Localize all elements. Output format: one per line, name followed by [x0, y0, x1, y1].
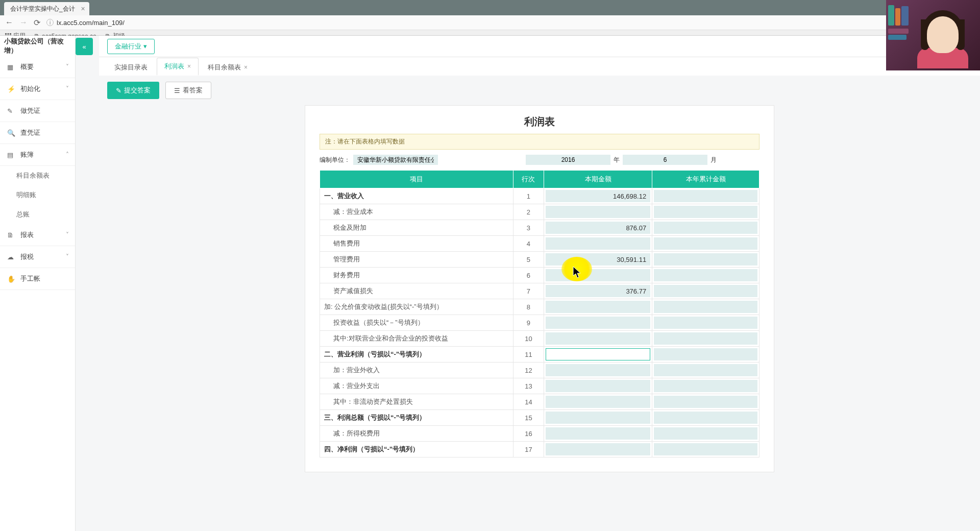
row-line: 4 — [513, 236, 544, 252]
sheet-meta: 编制单位： 年 月 — [320, 155, 760, 165]
close-icon[interactable]: × — [187, 63, 191, 70]
video-overlay — [886, 0, 980, 70]
table-row: 四、净利润（亏损以“-”号填列） 17 — [320, 442, 760, 457]
current-amount-input[interactable] — [546, 317, 650, 329]
current-amount-input[interactable] — [546, 380, 650, 392]
ytd-amount-input[interactable] — [654, 332, 757, 345]
svg-rect-0 — [5, 33, 7, 35]
current-amount-input[interactable] — [546, 190, 650, 202]
sidebar-collapse-button[interactable]: « — [76, 38, 93, 55]
ytd-amount-input[interactable] — [654, 285, 757, 297]
sidebar-subitem-4-1[interactable]: 明细账 — [0, 185, 75, 205]
current-amount-input[interactable] — [546, 253, 650, 266]
current-amount-input[interactable] — [546, 269, 650, 281]
current-amount-input[interactable] — [546, 427, 650, 440]
ytd-amount-input[interactable] — [654, 364, 757, 376]
current-amount-input[interactable] — [546, 412, 650, 424]
svg-rect-2 — [10, 33, 11, 35]
sidebar-item-label: 手工帐 — [20, 274, 40, 283]
current-amount-input[interactable] — [546, 285, 650, 297]
ytd-amount-input[interactable] — [654, 443, 757, 455]
chevron-down-icon: ˅ — [66, 63, 69, 70]
table-row: 投资收益（损失以“－”号填列） 9 — [320, 315, 760, 331]
org-input[interactable] — [353, 155, 438, 165]
sidebar-subitem-4-2[interactable]: 总账 — [0, 205, 75, 224]
header-item: 项目 — [320, 171, 513, 188]
table-row: 一、营业收入 1 — [320, 188, 760, 204]
month-input[interactable] — [623, 155, 707, 165]
current-amount-input[interactable] — [546, 301, 650, 313]
chevron-left-icon: « — [82, 43, 86, 51]
sidebar-item-7[interactable]: ✋ 手工帐 — [0, 268, 75, 290]
view-answer-button[interactable]: ☰ 看答案 — [165, 82, 211, 99]
ytd-amount-input[interactable] — [654, 412, 757, 424]
reload-icon[interactable]: ⟳ — [34, 18, 40, 28]
row-line: 12 — [513, 363, 544, 378]
ytd-amount-input[interactable] — [654, 380, 757, 392]
info-icon[interactable]: i — [46, 19, 54, 26]
current-amount-input[interactable] — [546, 348, 650, 360]
row-item: 二、营业利润（亏损以“-”号填列） — [320, 347, 513, 363]
current-amount-input[interactable] — [546, 443, 650, 455]
close-icon[interactable]: × — [81, 5, 85, 13]
ytd-amount-input[interactable] — [654, 348, 757, 360]
current-amount-input[interactable] — [546, 237, 650, 250]
ytd-amount-input[interactable] — [654, 427, 757, 440]
content-tab-0[interactable]: 实操目录表 — [107, 59, 155, 76]
forward-icon[interactable]: → — [19, 18, 28, 27]
sidebar-item-4[interactable]: ▤ 账簿 ˄ — [0, 144, 75, 166]
sidebar-item-0[interactable]: ▦ 概要 ˅ — [0, 56, 75, 78]
content-tab-1[interactable]: 利润表× — [157, 58, 199, 76]
ytd-amount-input[interactable] — [654, 396, 757, 408]
industry-dropdown[interactable]: 金融行业 ▾ — [107, 39, 155, 54]
current-amount-input[interactable] — [546, 206, 650, 218]
table-row: 减：营业外支出 13 — [320, 378, 760, 394]
back-icon[interactable]: ← — [5, 18, 13, 27]
ytd-amount-input[interactable] — [654, 269, 757, 281]
ytd-amount-input[interactable] — [654, 301, 757, 313]
ytd-amount-input[interactable] — [654, 190, 757, 202]
browser-tab[interactable]: 会计学堂实操中心_会计 × — [4, 2, 89, 15]
sidebar-subitem-4-0[interactable]: 科目余额表 — [0, 166, 75, 185]
stack-icon: ☰ — [174, 87, 180, 94]
chevron-down-icon: ˅ — [66, 231, 69, 238]
sidebar-item-label: 报表 — [20, 230, 34, 239]
sidebar-item-1[interactable]: ⚡ 初始化 ˅ — [0, 78, 75, 100]
row-item: 管理费用 — [320, 252, 513, 268]
month-suffix: 月 — [710, 156, 717, 164]
ytd-amount-input[interactable] — [654, 222, 757, 234]
row-line: 15 — [513, 410, 544, 426]
submit-answer-button[interactable]: ✎ 提交答案 — [107, 82, 159, 99]
ytd-amount-input[interactable] — [654, 253, 757, 266]
chevron-down-icon: ˅ — [66, 85, 69, 92]
sidebar-item-5[interactable]: 🗎 报表 ˅ — [0, 224, 75, 246]
row-line: 16 — [513, 426, 544, 442]
current-amount-input[interactable] — [546, 222, 650, 234]
row-item: 减：营业外支出 — [320, 378, 513, 394]
chevron-down-icon: ▾ — [143, 42, 147, 50]
url-text: lx.acc5.com/main_109/ — [57, 19, 125, 27]
book-icon: ▤ — [7, 151, 15, 159]
year-input[interactable] — [526, 155, 610, 165]
tab-label: 利润表 — [164, 62, 184, 70]
table-row: 减：所得税费用 16 — [320, 426, 760, 442]
sidebar-item-2[interactable]: ✎ 做凭证 — [0, 100, 75, 122]
ytd-amount-input[interactable] — [654, 237, 757, 250]
sheet-note: 注：请在下面表格内填写数据 — [320, 134, 760, 150]
row-line: 13 — [513, 378, 544, 394]
sidebar: 小额贷款公司（营改增） ▦ 概要 ˅⚡ 初始化 ˅✎ 做凭证 🔍 查凭证 ▤ 账… — [0, 36, 76, 531]
ytd-amount-input[interactable] — [654, 206, 757, 218]
close-icon[interactable]: × — [244, 64, 248, 71]
content-tab-2[interactable]: 科目余额表× — [201, 59, 255, 76]
cloud-icon: ☁ — [7, 253, 15, 261]
sidebar-item-6[interactable]: ☁ 报税 ˅ — [0, 246, 75, 268]
ytd-amount-input[interactable] — [654, 317, 757, 329]
url-box[interactable]: i lx.acc5.com/main_109/ — [46, 19, 975, 27]
table-row: 其中：非流动资产处置损失 14 — [320, 394, 760, 410]
current-amount-input[interactable] — [546, 332, 650, 345]
file-icon: 🗎 — [7, 231, 15, 239]
sidebar-item-3[interactable]: 🔍 查凭证 — [0, 122, 75, 144]
row-line: 14 — [513, 394, 544, 410]
current-amount-input[interactable] — [546, 396, 650, 408]
current-amount-input[interactable] — [546, 364, 650, 376]
